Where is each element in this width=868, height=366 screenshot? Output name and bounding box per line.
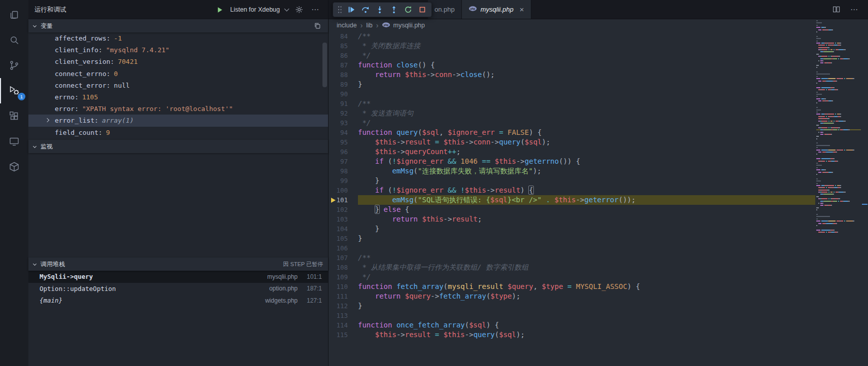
activity-item-package-explorer[interactable] (0, 154, 28, 179)
editor-scrollbar[interactable] (861, 19, 868, 366)
callstack-frame[interactable]: MySqlii->querymysqlii.php101:1 (28, 271, 328, 283)
line-number[interactable]: 100 (329, 186, 358, 195)
line-number[interactable]: 87 (329, 60, 358, 70)
line-number[interactable]: 99 (329, 176, 358, 186)
line-number[interactable]: 109 (329, 272, 358, 282)
activity-item-search[interactable] (0, 27, 28, 53)
code-line: 99 } (329, 176, 815, 186)
code-editor[interactable]: 84/**85 * 关闭数据库连接86 */87function close()… (329, 31, 815, 366)
line-number[interactable]: 94 (329, 128, 358, 137)
breadcrumb-item[interactable]: phpmysqlii.php (382, 21, 425, 30)
callstack-frame[interactable]: Option::updateOptionoption.php187:1 (28, 283, 328, 295)
line-number[interactable]: 106 (329, 243, 358, 253)
variable-name: errno: (55, 93, 79, 101)
line-number[interactable]: 115 (329, 330, 358, 340)
line-number[interactable]: 111 (329, 291, 358, 301)
variable-row[interactable]: connect_errno:0 (28, 68, 328, 80)
minimap-line (816, 165, 861, 166)
line-number[interactable]: 85 (329, 41, 358, 51)
line-number[interactable]: 97 (329, 157, 358, 166)
callstack-frame[interactable]: {main}widgets.php127:1 (28, 295, 328, 307)
minimap-line (816, 118, 861, 119)
minimap[interactable] (816, 20, 861, 366)
line-number[interactable]: 96 (329, 147, 358, 157)
line-number[interactable]: 103 (329, 214, 358, 224)
variable-value: array(1) (102, 117, 134, 124)
more-actions-icon[interactable]: ⋯ (310, 4, 321, 15)
minimap-line (816, 172, 861, 173)
close-tab-icon[interactable]: × (520, 6, 524, 13)
debug-start-icon[interactable] (214, 4, 225, 15)
step-over-icon[interactable] (359, 3, 372, 16)
variable-row[interactable]: client_version:70421 (28, 56, 328, 67)
breadcrumb-item[interactable]: include (337, 22, 357, 29)
line-number[interactable]: 104 (329, 224, 358, 234)
files-icon (8, 9, 20, 21)
variable-name: client_info: (55, 46, 102, 54)
code-line: 111 return $query->fetch_array($type); (329, 291, 815, 301)
line-content (358, 311, 815, 320)
step-out-icon[interactable] (387, 3, 401, 16)
variable-row[interactable]: field_count:9 (28, 127, 328, 138)
variable-row[interactable]: connect_error:null (28, 80, 328, 91)
line-number[interactable]: 93 (329, 118, 358, 128)
search-icon (8, 34, 20, 46)
line-number[interactable]: 88 (329, 70, 358, 80)
line-number[interactable]: 92 (329, 108, 358, 118)
line-number[interactable]: 90 (329, 89, 358, 99)
gear-icon[interactable] (294, 4, 305, 15)
line-number[interactable]: 114 (329, 320, 358, 330)
activity-item-run-and-debug[interactable]: 1 (0, 78, 28, 103)
line-number[interactable]: 84 (329, 31, 358, 41)
minimap-line (816, 214, 861, 215)
stop-icon[interactable] (416, 3, 429, 16)
callstack-section-header[interactable]: 调用堆栈 因 STEP 已暂停 (28, 258, 328, 271)
variable-row[interactable]: client_info:"mysqlnd 7.4.21" (28, 44, 328, 56)
breadcrumb[interactable]: include›lib›phpmysqlii.php (329, 19, 868, 31)
line-number[interactable]: 95 (329, 137, 358, 147)
line-number[interactable]: 102 (329, 205, 358, 214)
php-icon: php (382, 21, 390, 30)
minimap-line (816, 47, 861, 48)
line-number[interactable]: 91 (329, 99, 358, 108)
tab-mysqlii.php[interactable]: phpmysqlii.php× (462, 0, 531, 19)
tab-on.php[interactable]: on.php (428, 0, 462, 19)
activity-item-remote-explorer[interactable] (0, 129, 28, 154)
step-into-icon[interactable] (373, 3, 386, 16)
variables-section-header[interactable]: 变量 (28, 19, 328, 32)
activity-item-extensions[interactable] (0, 103, 28, 129)
debug-toolbar (333, 2, 432, 17)
line-number[interactable]: 108 (329, 263, 358, 272)
line-number[interactable]: 112 (329, 301, 358, 311)
activity-item-source-control[interactable] (0, 53, 28, 78)
line-number[interactable]: 107 (329, 253, 358, 263)
minimap-line (816, 58, 861, 59)
editor-group: on.phpphpmysqlii.php× ⋯ include›lib›phpm… (329, 0, 868, 366)
line-content: function close() { (358, 60, 815, 70)
watch-section-header[interactable]: 监视 (28, 140, 328, 153)
minimap-line (816, 83, 861, 84)
toolbar-drag-grip-icon[interactable] (336, 3, 344, 16)
chevron-down-icon[interactable] (284, 6, 290, 11)
split-editor-icon[interactable] (830, 4, 842, 15)
restart-icon[interactable] (402, 3, 415, 16)
variable-row[interactable]: errno:1105 (28, 91, 328, 103)
activity-item-explorer[interactable] (0, 2, 28, 27)
debug-config-select[interactable]: Listen for Xdebug (230, 6, 280, 13)
line-number[interactable]: 98 (329, 166, 358, 176)
line-number[interactable]: 86 (329, 51, 358, 60)
line-number[interactable]: 101 (329, 195, 358, 205)
variable-row[interactable]: affected_rows:-1 (28, 32, 328, 44)
breadcrumb-item[interactable]: lib (366, 22, 373, 29)
more-actions-icon[interactable]: ⋯ (849, 4, 860, 15)
continue-icon[interactable] (345, 3, 358, 16)
minimap-line (816, 45, 861, 46)
variable-row[interactable]: error:"XPATH syntax error: 'root@localho… (28, 103, 328, 115)
line-number[interactable]: 105 (329, 234, 358, 243)
line-number[interactable]: 89 (329, 80, 358, 89)
variable-row[interactable]: error_list:array(1) (28, 115, 328, 126)
line-number[interactable]: 113 (329, 311, 358, 320)
minimap-line (816, 38, 861, 39)
line-number[interactable]: 110 (329, 282, 358, 291)
open-panel-icon[interactable] (312, 20, 323, 31)
